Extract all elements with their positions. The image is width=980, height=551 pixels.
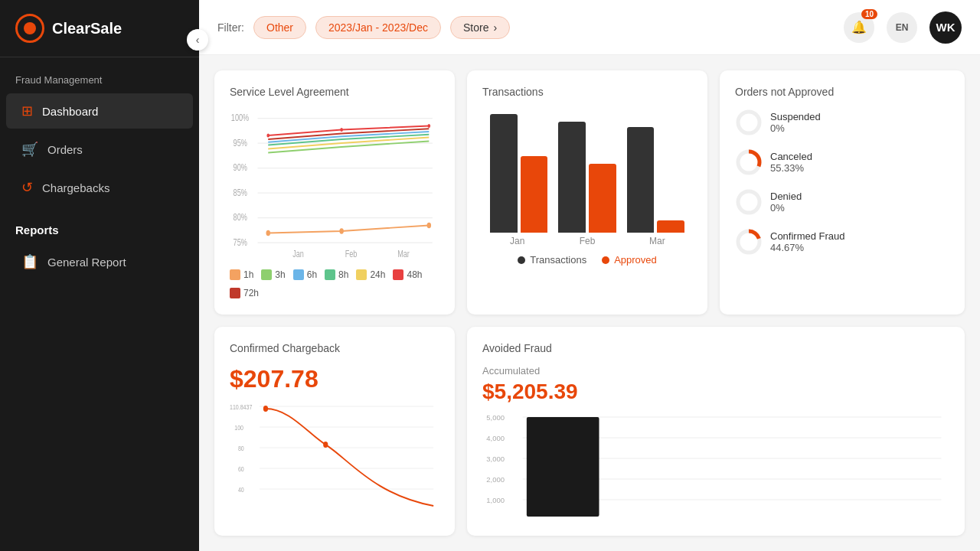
logo-icon bbox=[15, 14, 44, 43]
sla-chart: 100% 95% 90% 85% 80% 75% Jan Feb Mar bbox=[230, 109, 439, 262]
svg-text:85%: 85% bbox=[234, 187, 247, 197]
donut-confirmed-fraud bbox=[735, 228, 763, 256]
svg-point-18 bbox=[266, 134, 270, 138]
sidebar-item-orders-label: Orders bbox=[47, 143, 83, 156]
svg-text:Mar: Mar bbox=[397, 248, 410, 259]
svg-text:90%: 90% bbox=[234, 162, 247, 173]
svg-text:80%: 80% bbox=[234, 212, 247, 223]
sidebar: ClearSale Fraud Management ⊞ Dashboard 🛒… bbox=[0, 0, 199, 551]
avoided-amount: $5,205.39 bbox=[482, 380, 949, 404]
svg-point-20 bbox=[427, 124, 430, 128]
language-button[interactable]: EN bbox=[887, 12, 917, 43]
svg-text:95%: 95% bbox=[234, 137, 247, 148]
notifications-button[interactable]: 🔔 10 bbox=[844, 12, 874, 43]
avoided-chart: 5,000 4,000 3,000 2,000 1,000 bbox=[482, 413, 949, 520]
sidebar-item-dashboard-label: Dashboard bbox=[42, 105, 98, 118]
svg-text:60: 60 bbox=[238, 465, 244, 473]
legend-3h: 3h bbox=[261, 269, 285, 280]
chargeback-card: Confirmed Chargeback $207.78 110.8437 10… bbox=[214, 327, 455, 536]
svg-point-15 bbox=[266, 230, 270, 236]
avoided-accumulated-label: Accumulated bbox=[482, 365, 949, 377]
svg-text:5,000: 5,000 bbox=[486, 414, 505, 422]
header-icons: 🔔 10 EN WK bbox=[844, 11, 962, 44]
svg-text:80: 80 bbox=[238, 445, 244, 452]
sidebar-item-chargebacks[interactable]: ↺ Chargebacks bbox=[6, 170, 193, 205]
report-icon: 📋 bbox=[21, 253, 38, 270]
svg-text:75%: 75% bbox=[234, 236, 247, 247]
main-area: Filter: Other 2023/Jan - 2023/Dec Store … bbox=[199, 0, 980, 551]
sidebar-logo: ClearSale bbox=[0, 0, 199, 57]
order-row-suspended: Suspended 0% bbox=[735, 109, 949, 136]
dashboard-icon: ⊞ bbox=[21, 103, 33, 119]
sla-title: Service Level Agreement bbox=[230, 86, 439, 98]
svg-point-17 bbox=[427, 223, 431, 229]
sidebar-item-chargebacks-label: Chargebacks bbox=[42, 181, 109, 194]
header: Filter: Other 2023/Jan - 2023/Dec Store … bbox=[199, 0, 980, 55]
svg-text:Feb: Feb bbox=[345, 248, 358, 259]
order-pct-suspended: 0% bbox=[770, 122, 949, 134]
sidebar-collapse-button[interactable]: ‹ bbox=[187, 29, 208, 51]
svg-text:110.8437: 110.8437 bbox=[230, 403, 253, 411]
legend-approved-label: Approved bbox=[614, 254, 657, 266]
order-row-confirmed-fraud: Confirmed Fraud 44.67% bbox=[735, 228, 949, 256]
bell-icon: 🔔 bbox=[851, 20, 867, 34]
orders-icon: 🛒 bbox=[21, 141, 38, 158]
transactions-card: Transactions bbox=[467, 70, 707, 315]
filter-chip-date[interactable]: 2023/Jan - 2023/Dec bbox=[315, 16, 441, 39]
svg-point-24 bbox=[738, 191, 760, 213]
svg-point-19 bbox=[340, 128, 343, 132]
dashboard-content: Service Level Agreement 100% 95% 90% 85%… bbox=[199, 55, 980, 551]
order-info-confirmed-fraud: Confirmed Fraud 44.67% bbox=[770, 230, 949, 253]
filter-bar: Filter: Other 2023/Jan - 2023/Dec Store … bbox=[217, 16, 510, 39]
svg-point-38 bbox=[323, 442, 328, 448]
svg-point-37 bbox=[263, 406, 268, 412]
svg-text:1,000: 1,000 bbox=[486, 497, 505, 504]
sidebar-item-general-report[interactable]: 📋 General Report bbox=[6, 244, 193, 279]
svg-text:100%: 100% bbox=[231, 112, 250, 123]
filter-chip-store[interactable]: Store › bbox=[450, 16, 510, 39]
sidebar-section-fraud: Fraud Management bbox=[0, 57, 199, 92]
donut-suspended bbox=[735, 109, 763, 136]
orders-title: Orders not Approved bbox=[735, 86, 949, 98]
chargeback-title: Confirmed Chargeback bbox=[230, 342, 439, 354]
sidebar-item-dashboard[interactable]: ⊞ Dashboard bbox=[6, 93, 193, 129]
orders-not-approved-card: Orders not Approved Suspended 0% Canc bbox=[720, 70, 965, 315]
svg-text:4,000: 4,000 bbox=[486, 435, 505, 442]
chevron-icon: › bbox=[493, 21, 497, 34]
svg-rect-49 bbox=[527, 417, 599, 517]
svg-text:40: 40 bbox=[238, 486, 244, 494]
order-pct-denied: 0% bbox=[770, 202, 949, 214]
tx-legend: Transactions Approved bbox=[482, 254, 692, 266]
legend-transactions: Transactions bbox=[518, 254, 586, 266]
order-info-denied: Denied 0% bbox=[770, 191, 949, 214]
svg-point-16 bbox=[339, 228, 343, 234]
sidebar-item-orders[interactable]: 🛒 Orders bbox=[6, 132, 193, 167]
legend-6h: 6h bbox=[293, 269, 317, 280]
order-pct-canceled: 55.33% bbox=[770, 162, 949, 174]
chargebacks-icon: ↺ bbox=[21, 179, 33, 196]
tx-axis-mar: Mar bbox=[622, 236, 692, 246]
svg-text:2,000: 2,000 bbox=[486, 476, 505, 484]
sla-legend: 1h 3h 6h 8h 24h bbox=[230, 269, 439, 298]
order-info-suspended: Suspended 0% bbox=[770, 111, 949, 134]
donut-denied bbox=[735, 188, 763, 216]
svg-point-21 bbox=[738, 112, 760, 133]
legend-transactions-label: Transactions bbox=[530, 254, 586, 266]
avoided-fraud-card: Avoided Fraud Accumulated $5,205.39 5,00… bbox=[467, 327, 965, 536]
legend-approved: Approved bbox=[602, 254, 657, 266]
chargeback-chart: 110.8437 100 80 60 40 bbox=[230, 403, 439, 510]
tx-axis-feb: Feb bbox=[552, 236, 622, 246]
transactions-title: Transactions bbox=[482, 86, 692, 98]
sidebar-section-reports: Reports bbox=[0, 207, 199, 243]
donut-canceled bbox=[735, 148, 763, 176]
order-type-suspended: Suspended bbox=[770, 111, 949, 122]
logo-text: ClearSale bbox=[52, 20, 122, 37]
notification-badge: 10 bbox=[861, 9, 877, 19]
svg-text:Jan: Jan bbox=[292, 248, 304, 259]
order-row-denied: Denied 0% bbox=[735, 188, 949, 216]
collapse-icon: ‹ bbox=[196, 34, 200, 46]
filter-chip-other[interactable]: Other bbox=[253, 16, 306, 39]
order-type-denied: Denied bbox=[770, 191, 949, 202]
user-avatar[interactable]: WK bbox=[929, 11, 962, 44]
user-initials: WK bbox=[936, 21, 956, 34]
